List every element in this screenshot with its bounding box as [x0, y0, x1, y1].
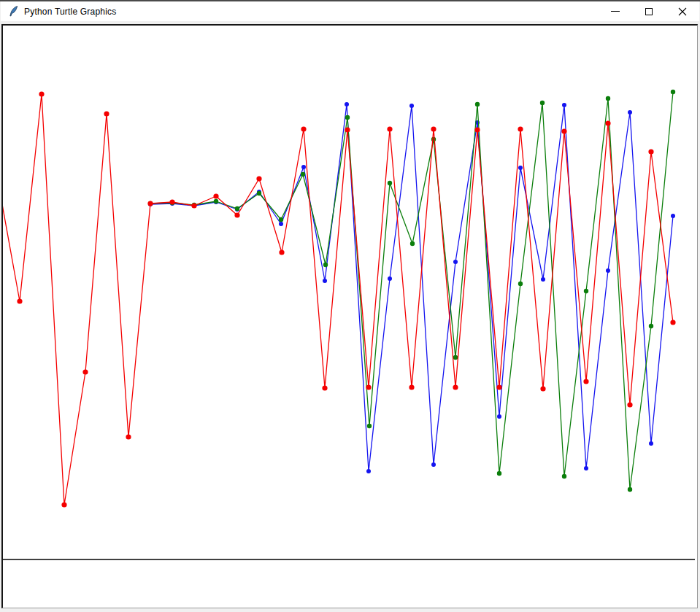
red-data-point — [169, 199, 174, 204]
green-series-line — [150, 92, 673, 489]
minimize-button[interactable] — [599, 1, 632, 21]
blue-data-point — [649, 441, 653, 446]
red-data-point — [17, 298, 22, 303]
red-data-point — [301, 126, 306, 131]
red-data-point — [431, 126, 436, 131]
red-data-point — [104, 111, 109, 116]
red-data-point — [39, 91, 44, 96]
blue-data-point — [584, 466, 588, 470]
green-data-point — [453, 355, 458, 360]
window-title: Python Turtle Graphics — [24, 7, 116, 17]
green-data-point — [235, 206, 239, 211]
blue-data-point — [409, 104, 414, 108]
red-data-point — [561, 128, 566, 133]
green-data-point — [540, 101, 545, 105]
green-data-point — [345, 115, 350, 120]
red-data-point — [387, 126, 392, 131]
blue-data-point — [671, 214, 675, 218]
green-data-point — [671, 90, 675, 94]
maximize-icon — [645, 8, 653, 15]
red-data-point — [234, 212, 239, 217]
red-data-point — [366, 384, 371, 390]
green-data-point — [301, 172, 305, 177]
red-data-point — [82, 369, 88, 374]
blue-series-line — [150, 104, 673, 471]
red-data-point — [583, 379, 588, 384]
red-data-point — [605, 120, 610, 125]
red-data-point — [518, 126, 523, 131]
blue-data-point — [323, 279, 327, 283]
green-data-point — [584, 289, 588, 293]
red-data-point — [648, 149, 653, 154]
close-icon — [678, 7, 687, 16]
maximize-button[interactable] — [632, 1, 666, 21]
green-data-point — [257, 191, 261, 195]
red-data-point — [61, 502, 66, 507]
red-data-point — [147, 201, 153, 206]
blue-data-point — [345, 102, 349, 106]
blue-data-point — [279, 222, 283, 226]
close-button[interactable] — [666, 1, 699, 21]
red-data-point — [191, 203, 196, 208]
red-data-point — [409, 384, 414, 390]
green-data-point — [388, 181, 392, 185]
blue-data-point — [453, 260, 458, 264]
green-data-point — [628, 487, 632, 492]
green-data-point — [606, 96, 610, 101]
red-data-point — [256, 176, 261, 181]
green-data-point — [214, 199, 218, 204]
blue-data-point — [606, 268, 610, 273]
red-data-point — [322, 385, 327, 390]
green-data-point — [431, 137, 436, 142]
turtle-drawing — [3, 26, 697, 608]
green-data-point — [367, 424, 372, 428]
blue-data-point — [366, 469, 371, 473]
green-data-point — [562, 474, 566, 479]
green-data-point — [518, 282, 523, 286]
green-data-point — [279, 217, 283, 222]
green-data-point — [649, 324, 653, 328]
red-data-point — [670, 319, 675, 325]
blue-data-point — [562, 103, 566, 107]
blue-data-point — [388, 276, 392, 281]
blue-data-point — [518, 166, 523, 170]
app-window: Python Turtle Graphics — [0, 0, 700, 612]
green-data-point — [323, 263, 328, 267]
red-data-point — [126, 434, 131, 439]
minimize-icon — [611, 11, 620, 12]
python-feather-icon — [9, 6, 18, 17]
red-data-point — [540, 386, 545, 391]
blue-data-point — [497, 414, 501, 419]
title-bar[interactable]: Python Turtle Graphics — [1, 1, 699, 21]
red-data-point — [213, 193, 218, 198]
blue-data-point — [431, 462, 436, 467]
blue-data-point — [541, 277, 545, 282]
red-data-point — [279, 249, 284, 255]
red-series-line — [3, 94, 673, 505]
red-data-point — [496, 384, 501, 390]
green-data-point — [410, 241, 415, 246]
red-data-point — [627, 402, 632, 407]
red-data-point — [345, 127, 350, 132]
red-data-point — [453, 384, 458, 390]
green-data-point — [497, 471, 501, 476]
blue-data-point — [628, 110, 632, 115]
turtle-canvas[interactable] — [1, 24, 698, 608]
blue-data-point — [301, 165, 306, 169]
window-controls — [599, 1, 699, 21]
red-data-point — [474, 127, 480, 132]
green-data-point — [475, 102, 480, 106]
